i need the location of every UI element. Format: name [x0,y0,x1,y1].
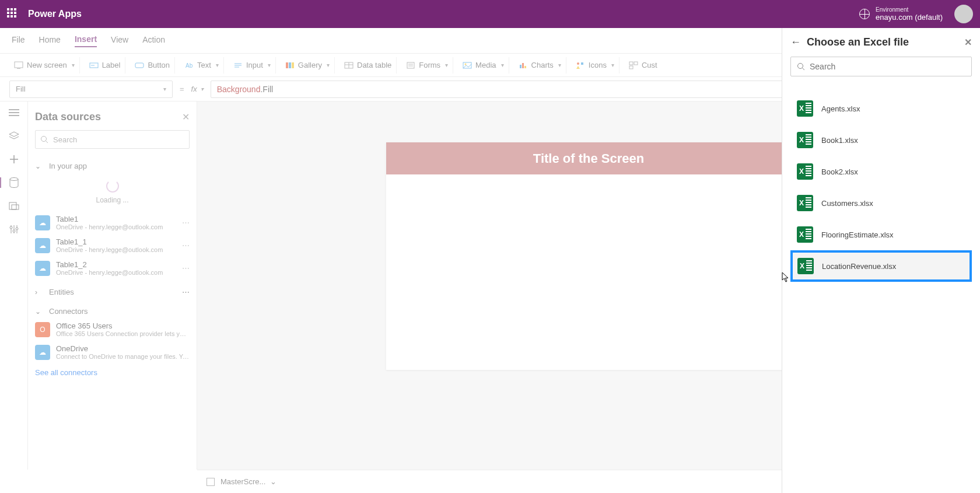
loading-indicator: Loading ... [35,180,190,204]
table-item[interactable]: ☁ Table1_2OneDrive - henry.legge@outlook… [35,257,190,279]
more-icon[interactable]: ⋯ [182,264,190,272]
custom-button[interactable]: Cust [624,57,662,74]
more-icon[interactable]: ⋯ [182,288,190,296]
data-table-icon [344,61,354,69]
data-icon[interactable] [0,177,20,188]
excel-icon [797,100,813,117]
svg-point-44 [41,137,47,142]
checkbox[interactable] [206,478,215,486]
tree-view-icon[interactable] [8,107,20,118]
more-icon[interactable]: ⋯ [182,241,190,250]
canvas[interactable]: Title of the Screen [386,142,791,370]
svg-line-47 [803,68,805,71]
add-icon[interactable] [8,154,20,165]
file-item[interactable]: Agents.xlsx [790,93,972,124]
forms-button[interactable]: Forms▾ [401,57,453,74]
file-item-highlighted[interactable]: LocationRevenue.xlsx [790,250,972,282]
data-table-label: Data table [357,61,391,69]
menu-action[interactable]: Action [142,35,165,47]
svg-rect-15 [407,62,414,68]
entities-header[interactable]: ›Entities ⋯ [35,285,190,299]
connector-sub: Office 365 Users Connection provider let… [56,330,190,337]
left-rail [0,102,28,470]
media-rail-icon[interactable] [8,201,20,211]
new-screen-button[interactable]: New screen▾ [9,57,80,74]
equals-sign: = [180,85,184,93]
svg-rect-21 [522,63,524,68]
search-icon [40,135,48,144]
charts-button[interactable]: Charts▾ [514,57,566,74]
new-screen-label: New screen [27,61,67,69]
close-icon[interactable]: ✕ [964,37,972,48]
svg-rect-11 [292,62,294,68]
screen-icon [14,61,23,69]
file-name: Book2.xlsx [821,167,858,176]
close-icon[interactable]: ✕ [182,111,190,123]
globe-icon [859,9,870,19]
media-label: Media [475,61,496,69]
file-item[interactable]: Customers.xlsx [790,187,972,219]
connectors-header[interactable]: ⌄Connectors [35,305,190,318]
onedrive-icon: ☁ [35,215,50,230]
file-item[interactable]: Book2.xlsx [790,156,972,187]
data-sources-search[interactable]: Search [35,130,190,149]
data-sources-title: Data sources ✕ [35,111,190,123]
svg-rect-20 [520,65,522,68]
svg-rect-1 [17,68,20,69]
in-your-app-header[interactable]: ⌄In your app [35,159,190,173]
input-button[interactable]: Input▾ [229,57,276,74]
property-dropdown[interactable]: Fill ▾ [9,81,173,98]
data-sources-panel: Data sources ✕ Search ⌄In your app Loadi… [28,102,197,470]
table-item[interactable]: ☁ Table1_1OneDrive - henry.legge@outlook… [35,234,190,257]
advanced-icon[interactable] [8,224,20,235]
file-search[interactable] [790,57,972,76]
media-button[interactable]: Media▾ [458,57,509,74]
environment-picker[interactable]: Environment enayu.com (default) [876,6,943,22]
svg-rect-27 [634,62,638,65]
gallery-button[interactable]: Gallery▾ [281,57,335,74]
button-icon [135,61,144,69]
menu-home[interactable]: Home [39,35,61,47]
gallery-icon [285,61,295,69]
label-button[interactable]: Label [85,57,126,74]
screen-selector[interactable]: MasterScre... ⌄ [220,477,276,486]
search-icon [797,62,805,71]
table-name: Table1 [56,215,176,223]
fx-label[interactable]: fx▾ [191,85,204,93]
input-icon [233,61,243,69]
property-name: Fill [16,85,26,93]
label-label: Label [102,61,121,69]
see-all-connectors-link[interactable]: See all connectors [35,368,190,377]
svg-point-42 [13,230,15,232]
text-button[interactable]: Ab Text▾ [180,57,224,74]
table-item[interactable]: ☁ Table1OneDrive - henry.legge@outlook.c… [35,211,190,234]
svg-point-46 [798,64,803,69]
choose-excel-panel: ← Choose an Excel file ✕ Agents.xlsx Boo… [782,28,980,493]
button-button[interactable]: Button [130,57,175,74]
menu-file[interactable]: File [12,35,25,47]
file-search-input[interactable] [810,62,965,71]
svg-rect-9 [286,62,288,68]
data-table-button[interactable]: Data table [340,57,397,74]
icons-icon [576,61,585,69]
file-item[interactable]: Book1.xlsx [790,124,972,156]
charts-icon [519,61,528,69]
app-launcher-icon[interactable] [7,8,19,20]
onedrive-icon: ☁ [35,261,50,276]
file-list: Agents.xlsx Book1.xlsx Book2.xlsx Custom… [790,93,972,282]
icons-button[interactable]: Icons▾ [571,57,620,74]
svg-rect-4 [135,63,144,68]
search-placeholder: Search [53,135,77,144]
more-icon[interactable]: ⋯ [182,218,190,227]
text-icon: Ab [184,61,194,69]
back-arrow-icon[interactable]: ← [790,36,801,48]
app-header: Power Apps Environment enayu.com (defaul… [0,0,980,28]
menu-view[interactable]: View [111,35,128,47]
avatar[interactable] [954,5,973,23]
connector-item[interactable]: ☁ OneDriveConnect to OneDrive to manage … [35,341,190,363]
menu-insert[interactable]: Insert [75,34,97,47]
layers-icon[interactable] [8,131,20,141]
file-item[interactable]: FlooringEstimate.xlsx [790,219,972,250]
connector-item[interactable]: O Office 365 UsersOffice 365 Users Conne… [35,318,190,341]
excel-icon [797,132,813,148]
